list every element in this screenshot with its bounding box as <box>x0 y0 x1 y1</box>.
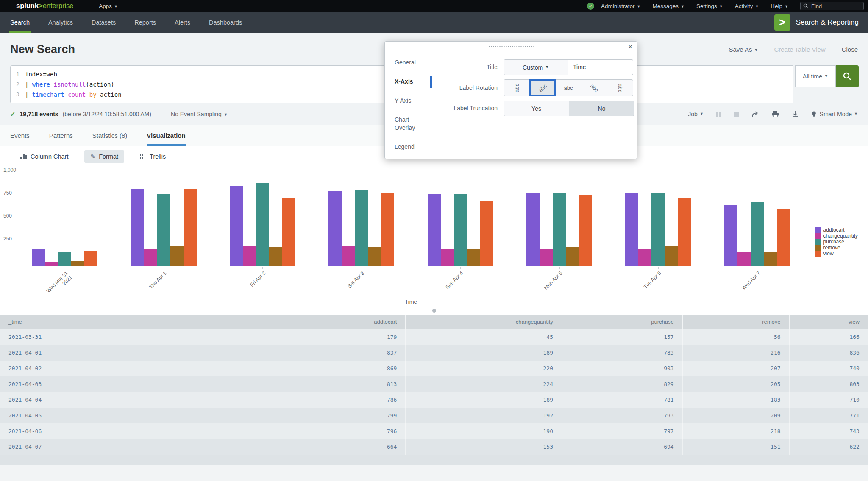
x-axis-title-input[interactable]: Time <box>568 59 633 75</box>
cell-remove[interactable]: 183 <box>682 392 789 408</box>
bar-purchase[interactable] <box>157 194 170 266</box>
cell-remove[interactable]: 151 <box>682 439 789 455</box>
cell-remove[interactable]: 216 <box>682 345 789 361</box>
stop-icon[interactable] <box>734 112 739 117</box>
dialog-nav-y-axis[interactable]: Y-Axis <box>395 97 429 105</box>
bar-changequantity[interactable] <box>144 249 157 266</box>
cell-remove[interactable]: 205 <box>682 376 789 392</box>
column-header-time[interactable]: _time <box>0 315 270 329</box>
legend-item-view[interactable]: view <box>815 251 858 257</box>
dialog-nav-general[interactable]: General <box>395 59 429 67</box>
bar-purchase[interactable] <box>256 183 269 266</box>
cell-changequantity[interactable]: 224 <box>405 376 562 392</box>
cell-purchase[interactable]: 829 <box>562 376 682 392</box>
bar-changequantity[interactable] <box>45 262 58 266</box>
topbar-menu-activity[interactable]: Activity▼ <box>735 3 759 9</box>
appnav-item-reports[interactable]: Reports <box>134 12 156 33</box>
bar-remove[interactable] <box>467 249 480 266</box>
label-rotation-option--90[interactable]: abc <box>504 79 530 96</box>
cell-remove[interactable]: 209 <box>682 408 789 423</box>
column-header-addtocart[interactable]: addtocart <box>270 315 405 329</box>
bar-addtocart[interactable] <box>32 249 45 266</box>
bar-changequantity[interactable] <box>638 249 651 266</box>
search-reporting-app-icon[interactable]: > <box>774 14 790 31</box>
splunk-logo[interactable]: splunk>enterprise <box>16 2 73 10</box>
share-icon[interactable] <box>751 111 759 117</box>
tab-patterns[interactable]: Patterns <box>49 125 73 146</box>
bar-remove[interactable] <box>170 246 184 266</box>
bar-purchase[interactable] <box>553 193 566 266</box>
cell-remove[interactable]: 56 <box>682 329 789 345</box>
title-mode-dropdown[interactable]: Custom▼ <box>504 59 568 75</box>
find-input[interactable] <box>810 3 857 10</box>
export-icon[interactable] <box>792 111 798 117</box>
chart-plot-area[interactable]: 2505007501,000 <box>15 166 807 266</box>
cell-purchase[interactable]: 793 <box>562 408 682 423</box>
run-search-button[interactable] <box>836 65 859 87</box>
cell-remove[interactable]: 218 <box>682 423 789 439</box>
trellis-button[interactable]: Trellis <box>140 153 166 160</box>
column-header-view[interactable]: view <box>789 315 868 329</box>
cell-changequantity[interactable]: 192 <box>405 408 562 423</box>
column-header-changequantity[interactable]: changequantity <box>405 315 562 329</box>
bar-view[interactable] <box>678 198 691 266</box>
apps-menu[interactable]: Apps▼ <box>99 3 118 9</box>
dialog-nav-legend[interactable]: Legend <box>395 143 429 151</box>
cell-view[interactable]: 710 <box>789 392 868 408</box>
label-rotation-option-45[interactable]: abc <box>581 79 607 96</box>
bar-purchase[interactable] <box>58 252 71 266</box>
bar-addtocart[interactable] <box>131 189 144 266</box>
dialog-drag-handle-icon[interactable] <box>488 45 534 49</box>
cell-changequantity[interactable]: 45 <box>405 329 562 345</box>
cell-time[interactable]: 2021-04-05 <box>0 408 270 423</box>
cell-changequantity[interactable]: 189 <box>405 392 562 408</box>
tab-visualization[interactable]: Visualization <box>147 125 185 146</box>
bar-changequantity[interactable] <box>540 249 553 266</box>
event-sampling-menu[interactable]: No Event Sampling▼ <box>171 111 228 117</box>
bar-purchase[interactable] <box>454 194 467 266</box>
cell-view[interactable]: 803 <box>789 376 868 392</box>
bar-view[interactable] <box>480 201 493 266</box>
legend-item-remove[interactable]: remove <box>815 245 858 251</box>
bar-changequantity[interactable] <box>441 249 454 266</box>
bar-remove[interactable] <box>764 252 777 266</box>
cell-addtocart[interactable]: 664 <box>270 439 405 455</box>
appnav-item-alerts[interactable]: Alerts <box>175 12 190 33</box>
cell-view[interactable]: 166 <box>789 329 868 345</box>
bar-remove[interactable] <box>71 261 84 266</box>
cell-changequantity[interactable]: 190 <box>405 423 562 439</box>
bar-view[interactable] <box>381 193 394 266</box>
cell-view[interactable]: 771 <box>789 408 868 423</box>
print-icon[interactable] <box>772 111 779 117</box>
label-rotation-option--45[interactable]: abc <box>529 79 556 96</box>
tab-events[interactable]: Events <box>10 125 30 146</box>
time-range-picker[interactable]: All time▼ <box>795 65 836 87</box>
bar-view[interactable] <box>184 189 197 266</box>
find-search-box[interactable] <box>800 2 864 10</box>
column-header-remove[interactable]: remove <box>682 315 789 329</box>
label-rotation-option-0[interactable]: abc <box>555 79 581 96</box>
create-table-view-button[interactable]: Create Table View <box>774 46 825 53</box>
cell-time[interactable]: 2021-04-02 <box>0 361 270 376</box>
bar-addtocart[interactable] <box>328 191 342 266</box>
tab-statistics[interactable]: Statistics (8) <box>92 125 128 146</box>
job-menu[interactable]: Job▼ <box>688 111 704 117</box>
topbar-menu-settings[interactable]: Settings▼ <box>696 3 723 9</box>
smart-mode-menu[interactable]: Smart Mode▼ <box>811 111 858 117</box>
bar-remove[interactable] <box>269 247 282 266</box>
cell-purchase[interactable]: 694 <box>562 439 682 455</box>
cell-addtocart[interactable]: 813 <box>270 376 405 392</box>
bar-purchase[interactable] <box>355 190 368 266</box>
label-truncation-no[interactable]: No <box>569 101 634 116</box>
bar-addtocart[interactable] <box>724 205 737 266</box>
cell-remove[interactable]: 207 <box>682 361 789 376</box>
legend-item-changequantity[interactable]: changequantity <box>815 233 858 239</box>
bar-remove[interactable] <box>566 247 579 266</box>
cell-view[interactable]: 740 <box>789 361 868 376</box>
cell-addtocart[interactable]: 786 <box>270 392 405 408</box>
cell-view[interactable]: 836 <box>789 345 868 361</box>
cell-time[interactable]: 2021-03-31 <box>0 329 270 345</box>
cell-time[interactable]: 2021-04-06 <box>0 423 270 439</box>
appnav-item-search[interactable]: Search <box>10 12 30 33</box>
bar-remove[interactable] <box>368 247 381 266</box>
